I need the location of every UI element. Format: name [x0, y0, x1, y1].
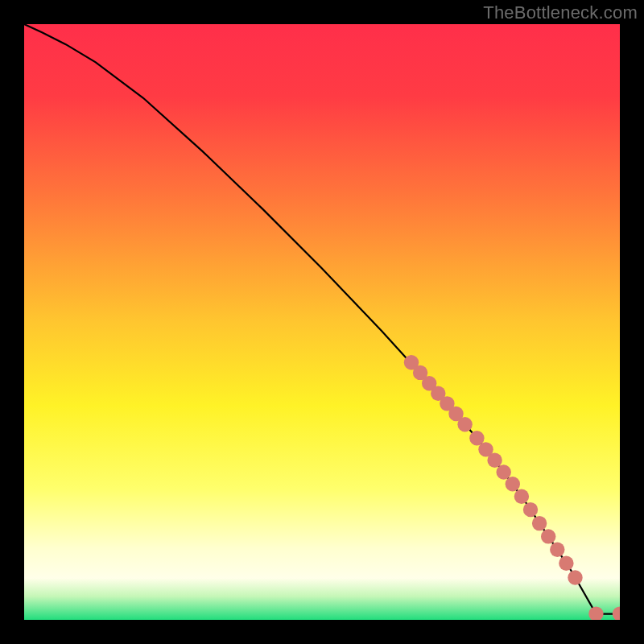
data-point	[514, 489, 529, 504]
data-point	[559, 556, 573, 571]
data-point	[550, 542, 564, 556]
plot-area	[24, 24, 620, 620]
data-point	[457, 417, 472, 431]
data-point	[497, 464, 511, 479]
data-point	[506, 477, 520, 491]
data-point	[523, 502, 538, 517]
data-point	[487, 452, 502, 467]
data-point	[532, 516, 547, 530]
data-point	[541, 529, 555, 543]
watermark-text: TheBottleneck.com	[483, 2, 638, 23]
chart-frame: TheBottleneck.com	[0, 0, 644, 644]
chart-svg	[24, 24, 620, 620]
gradient-backdrop	[24, 24, 620, 620]
data-point	[568, 570, 582, 584]
